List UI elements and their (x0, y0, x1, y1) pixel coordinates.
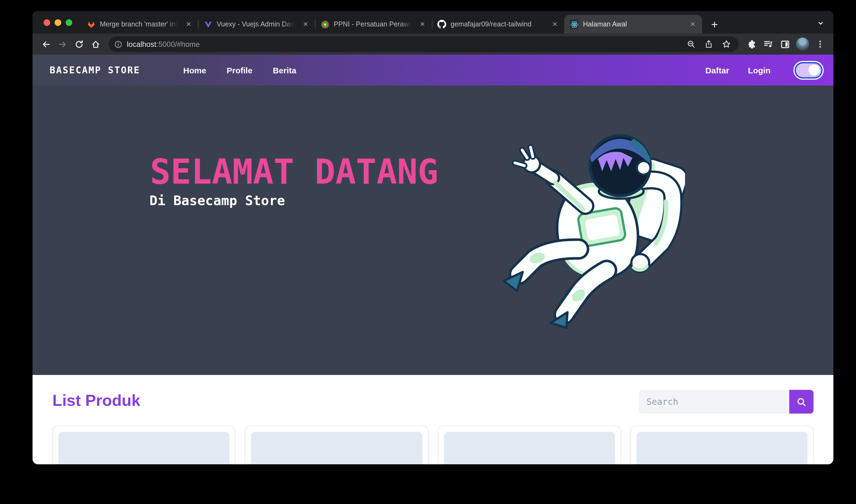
nav-actions: DaftarLogin (706, 63, 821, 77)
tab-close-icon[interactable]: ✕ (417, 20, 427, 29)
back-button[interactable] (38, 36, 54, 52)
tab-close-icon[interactable]: ✕ (550, 20, 560, 29)
zoom-page-icon[interactable] (684, 37, 698, 51)
product-image-placeholder (251, 432, 423, 464)
ppni-favicon-icon (320, 20, 329, 29)
browser-menu-icon[interactable] (813, 36, 828, 52)
site-navbar: BASECAMP STORE HomeProfileBerita DaftarL… (33, 55, 833, 86)
reload-button[interactable] (71, 36, 87, 52)
zoom-window-button[interactable] (66, 19, 72, 25)
window-controls (43, 11, 72, 34)
browser-window: Merge branch 'master' into 'jiha ✕ Vuexy… (33, 11, 833, 464)
nav-link[interactable]: Berita (273, 65, 296, 75)
product-image-placeholder (444, 432, 615, 464)
forward-button[interactable] (55, 36, 70, 52)
url-bar[interactable]: localhost:5000/#home (109, 36, 738, 52)
screen: Merge branch 'master' into 'jiha ✕ Vuexy… (0, 0, 856, 504)
product-grid (52, 426, 814, 464)
tab-title: gemafajar09/react-tailwind (451, 20, 546, 28)
bookmark-star-icon[interactable] (720, 37, 733, 51)
search-bar (639, 390, 814, 414)
tabs: Merge branch 'master' into 'jiha ✕ Vuexy… (81, 15, 702, 34)
product-image-placeholder (58, 432, 230, 464)
toggle-knob (808, 65, 820, 75)
tab-close-icon[interactable]: ✕ (184, 20, 194, 29)
product-card[interactable] (52, 426, 236, 464)
browser-tab[interactable]: Vuexy - Vuejs Admin Dashboar ✕ (198, 15, 315, 34)
nav-action-link[interactable]: Login (748, 65, 770, 75)
browser-tab[interactable]: PPNI - Persatuan Perawat Nasi ✕ (315, 15, 432, 34)
hero-title: SELAMAT DATANG (150, 151, 438, 192)
share-icon[interactable] (702, 37, 715, 51)
page-content: BASECAMP STORE HomeProfileBerita DaftarL… (33, 55, 833, 464)
hero-subtitle: Di Basecamp Store (149, 193, 285, 209)
home-button[interactable] (88, 36, 103, 52)
gitlab-favicon-icon (87, 20, 95, 29)
sidebar-panel-icon[interactable] (777, 36, 792, 52)
tab-title: Merge branch 'master' into 'jiha (100, 20, 179, 28)
product-card[interactable] (630, 426, 814, 464)
nav-link[interactable]: Profile (227, 65, 252, 75)
tab-close-icon[interactable]: ✕ (301, 20, 310, 29)
close-window-button[interactable] (43, 19, 50, 25)
browser-tab[interactable]: gemafajar09/react-tailwind ✕ (432, 15, 564, 34)
products-section: List Produk (33, 375, 833, 464)
product-image-placeholder (637, 432, 808, 464)
nav-link[interactable]: Home (183, 65, 206, 75)
media-playlist-icon[interactable] (761, 36, 776, 52)
nav-actions-links: DaftarLogin (706, 65, 770, 75)
tab-title: Halaman Awal (583, 20, 683, 28)
browser-tab[interactable]: Merge branch 'master' into 'jiha ✕ (81, 15, 198, 34)
tab-title: Vuexy - Vuejs Admin Dashboar (217, 20, 296, 28)
browser-tab[interactable]: Halaman Awal ✕ (564, 15, 702, 34)
minimize-window-button[interactable] (55, 19, 61, 25)
browser-toolbar: localhost:5000/#home (33, 34, 833, 55)
profile-avatar[interactable] (796, 37, 809, 51)
nav-action-link[interactable]: Daftar (706, 65, 729, 75)
tab-title: PPNI - Persatuan Perawat Nasi (334, 20, 413, 28)
products-heading: List Produk (52, 392, 140, 410)
tab-close-icon[interactable]: ✕ (688, 20, 698, 29)
product-card[interactable] (245, 426, 429, 464)
search-input[interactable] (639, 390, 789, 414)
tab-search-chevron-icon[interactable] (817, 19, 824, 29)
nav-links: HomeProfileBerita (183, 65, 297, 75)
site-info-icon[interactable] (114, 40, 122, 48)
react-favicon-icon (570, 20, 578, 29)
new-tab-button[interactable] (707, 17, 722, 32)
url-text: localhost:5000/#home (127, 40, 200, 48)
brand-logo[interactable]: BASECAMP STORE (50, 65, 140, 75)
tab-strip: Merge branch 'master' into 'jiha ✕ Vuexy… (33, 11, 833, 34)
theme-toggle[interactable] (796, 63, 821, 77)
github-favicon-icon (438, 20, 446, 29)
search-button[interactable] (789, 390, 814, 414)
hero-section: SELAMAT DATANG Di Basecamp Store (33, 86, 833, 375)
vuexy-favicon-icon (203, 20, 212, 29)
product-card[interactable] (438, 426, 621, 464)
extensions-icon[interactable] (744, 36, 760, 52)
astronaut-illustration (495, 124, 685, 329)
